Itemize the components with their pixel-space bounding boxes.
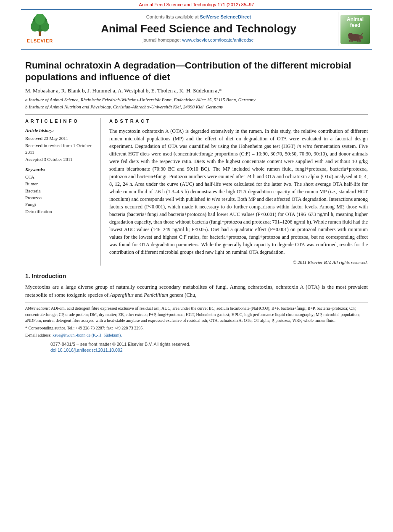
issn-line: 0377-8401/$ – see front matter © 2011 El… — [50, 341, 343, 348]
revised-date: Received in revised form 1 October 2011 — [25, 142, 95, 155]
elsevier-logo: ELSEVIER — [21, 12, 59, 46]
svg-rect-9 — [357, 40, 359, 42]
authors-line: M. Mobashar a, R. Blank b, J. Hummel a, … — [25, 87, 368, 95]
article-history-label: Article history: — [25, 127, 95, 134]
abstract-text: The mycotoxin ochratoxin A (OTA) is degr… — [109, 127, 368, 256]
homepage-link[interactable]: www.elsevier.com/locate/anifeedsci — [182, 37, 254, 42]
keywords-label: Keywords: — [25, 166, 95, 173]
journal-citation: Animal Feed Science and Technology 171 (… — [139, 2, 254, 7]
accepted-date: Accepted 3 October 2011 — [25, 156, 95, 163]
svg-rect-10 — [359, 40, 361, 42]
article-info-column: A R T I C L E I N F O Article history: R… — [25, 118, 101, 266]
footnote-area: Abbreviations: ADFom, acid detergent fib… — [25, 303, 368, 339]
journal-logo-box: Animalfeed — [340, 15, 370, 44]
homepage-line: journal homepage: www.elsevier.com/locat… — [63, 37, 334, 43]
keyword-fungi: Fungi — [25, 201, 95, 208]
journal-center-block: Contents lists available at SciVerse Sci… — [59, 12, 338, 46]
introduction-text: Mycotoxins are a large diverse group of … — [25, 283, 368, 300]
keyword-detox: Detoxification — [25, 208, 95, 215]
abbreviations-content: ADFom, acid detergent fibre expressed ex… — [25, 306, 360, 323]
journal-title: Animal Feed Science and Technology — [63, 22, 334, 35]
article-info-heading: A R T I C L E I N F O — [25, 118, 95, 124]
elsevier-tree-icon — [27, 14, 53, 37]
footer-bar: 0377-8401/$ – see front matter © 2011 El… — [50, 341, 343, 353]
received-date: Received 23 May 2011 — [25, 135, 95, 142]
affiliations: a Institute of Animal Science, Rheinisch… — [25, 96, 368, 110]
svg-rect-8 — [351, 40, 353, 42]
svg-rect-7 — [349, 40, 351, 42]
affil-2: b Institute of Animal Nutrition and Phys… — [25, 103, 368, 111]
svg-point-6 — [348, 33, 353, 38]
journal-header: ELSEVIER Contents lists available at Sci… — [21, 9, 372, 49]
sciverse-line: Contents lists available at SciVerse Sci… — [63, 14, 334, 20]
journal-logo-right: Animalfeed — [338, 12, 372, 46]
email-line: E-mail address: ksue@itw.uni-bonn.de (K.… — [25, 332, 368, 339]
two-column-section: A R T I C L E I N F O Article history: R… — [25, 114, 368, 266]
content-area: Ruminal ochratoxin A degradation—Contrib… — [0, 50, 393, 363]
abbreviations-label: Abbreviations: — [25, 306, 50, 311]
introduction-title: 1. Introduction — [25, 272, 368, 281]
abstract-column: A B S T R A C T The mycotoxin ochratoxin… — [109, 118, 368, 266]
abstract-heading: A B S T R A C T — [109, 118, 368, 124]
email-link[interactable]: ksue@itw.uni-bonn.de (K.-H. Südekum). — [53, 333, 122, 337]
corresponding-author: * Corresponding author. Tel.: +49 228 73… — [25, 325, 368, 332]
affil-1: a Institute of Animal Science, Rheinisch… — [25, 96, 368, 103]
introduction-section: 1. Introduction Mycotoxins are a large d… — [25, 272, 368, 299]
keyword-ota: OTA — [25, 174, 95, 180]
top-bar: Animal Feed Science and Technology 171 (… — [0, 0, 393, 9]
article-title: Ruminal ochratoxin A degradation—Contrib… — [25, 60, 368, 84]
keyword-rumen: Rumen — [25, 181, 95, 187]
abbreviations-text: Abbreviations: ADFom, acid detergent fib… — [25, 306, 368, 324]
sciverse-link[interactable]: SciVerse ScienceDirect — [200, 14, 251, 19]
copyright-line: © 2011 Elsevier B.V. All rights reserved… — [109, 259, 368, 266]
keyword-bacteria: Bacteria — [25, 188, 95, 194]
doi-line: doi:10.1016/j.anifeedsci.2011.10.002 — [50, 347, 343, 353]
svg-point-11 — [359, 36, 363, 39]
keyword-protozoa: Protozoa — [25, 195, 95, 201]
elsevier-label: ELSEVIER — [27, 38, 53, 44]
